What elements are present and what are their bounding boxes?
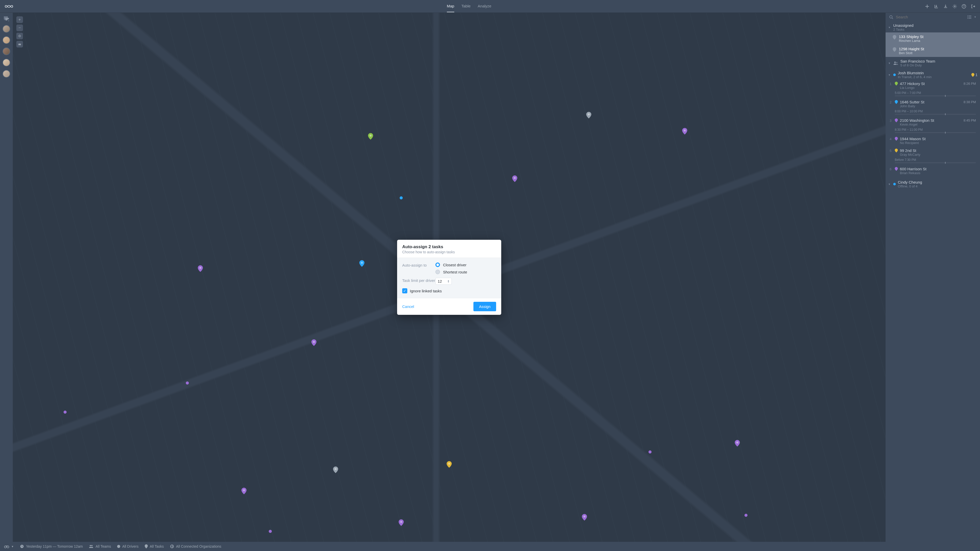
radio-closest-driver[interactable]: Closest driver [435, 263, 467, 267]
timerange-label: Yesterday 11pm — Tomorrow 12am [26, 545, 83, 548]
bottombar: ▼ Yesterday 11pm — Tomorrow 12am All Tea… [0, 542, 886, 551]
chevron-down-icon: ▼ [888, 26, 891, 29]
svg-point-35 [91, 545, 93, 546]
svg-point-22 [890, 16, 892, 18]
task-window: 8:00 PM – 10:00 PM [895, 110, 976, 113]
avatar-2[interactable] [3, 36, 10, 44]
avatar-5[interactable] [3, 70, 10, 78]
pin-icon [895, 82, 898, 86]
radio-closest-label: Closest driver [443, 263, 466, 267]
chevron-down-icon: ▼ [888, 62, 891, 65]
filter-dropdown-icon[interactable]: ▼ [974, 16, 977, 18]
timerange-filter[interactable]: Yesterday 11pm — Tomorrow 12am [20, 545, 83, 548]
task-address: 477 Hickory St [900, 81, 925, 86]
driver-header[interactable]: ▼Josh BlumsteinIn Transit, 2 of 6, 4 min… [886, 68, 980, 80]
task-limit-label: Task limit per driver [402, 278, 435, 283]
task-window: 8:30 PM – 11:00 PM [895, 128, 976, 132]
drivers-label: All Drivers [122, 545, 138, 548]
task-number: 4 [890, 137, 891, 141]
svg-rect-28 [969, 18, 971, 19]
task-recipient: Lia Longo [900, 86, 976, 90]
task-number: 2 [890, 100, 891, 104]
team-name: San Francisco Team [900, 59, 935, 63]
svg-point-34 [90, 545, 91, 546]
task-address: 1944 Mason St [900, 137, 926, 141]
tab-table[interactable]: Table [461, 0, 471, 12]
drivers-filter[interactable]: All Drivers [117, 545, 138, 548]
download-icon[interactable] [943, 4, 948, 9]
task-address: 2100 Washington St [900, 118, 934, 123]
task-limit-stepper[interactable]: ▲▼ [435, 278, 452, 285]
task-address: 99 2nd St [900, 148, 916, 153]
avatar-3[interactable] [3, 48, 10, 55]
radio-unselected-icon [435, 270, 440, 274]
modal-title: Auto-assign 2 tasks [402, 244, 496, 250]
task-number: 3 [890, 119, 891, 123]
binoculars-button[interactable]: ▼ [4, 545, 14, 548]
driver-task[interactable]: 1477 Hickory St8:26 PMLia Longo5:00 PM –… [886, 80, 980, 99]
assign-button[interactable]: Assign [473, 302, 496, 311]
driver-task[interactable]: 32100 Washington St8:45 PMKevin Angel8:3… [886, 117, 980, 135]
avatar-1[interactable] [3, 25, 10, 33]
svg-point-32 [7, 546, 9, 548]
plus-icon[interactable] [925, 4, 929, 9]
tab-map[interactable]: Map [447, 0, 454, 12]
tab-analyze[interactable]: Analyze [478, 0, 491, 12]
task-address: 600 Harrison St [900, 167, 926, 171]
driver-task[interactable]: 21646 Sutter St8:38 PMJohn Baily8:00 PM … [886, 99, 980, 117]
radio-shortest-route[interactable]: Shortest route [435, 270, 467, 274]
driver-task[interactable]: 41944 Mason StNo Recipient [886, 135, 980, 147]
chat-icon[interactable]: + [3, 16, 10, 21]
task-recipient: No Recipient [900, 141, 976, 145]
driver-task[interactable]: 599 2nd StGray McCartyBefore 7:30 PM [886, 147, 980, 166]
task-recipient: Brian Rekasis [900, 171, 976, 175]
svg-point-0 [954, 6, 955, 7]
topbar-actions: ? [925, 4, 975, 9]
team-icon [893, 61, 898, 65]
task-limit-input[interactable] [438, 279, 445, 283]
driver-status: In Transit, 2 of 6, 4 min [898, 75, 932, 79]
svg-rect-24 [969, 16, 971, 16]
import-icon[interactable] [934, 4, 939, 9]
nav-tabs: Map Table Analyze [447, 0, 491, 12]
driver-header[interactable]: ▼Cindy CheungOffline, 0 of 4 [886, 177, 980, 190]
pin-icon [893, 35, 896, 40]
unassigned-task[interactable]: 1298 Haight StBen Stott [886, 45, 980, 57]
gear-icon[interactable] [953, 4, 957, 9]
orgs-filter[interactable]: All Connected Organizations [170, 545, 221, 548]
task-window: Before 7:30 PM [895, 158, 976, 162]
task-recipient: Gray McCarty [900, 153, 976, 156]
pin-icon [895, 100, 898, 104]
task-eta: 8:38 PM [964, 100, 976, 104]
avatar-4[interactable] [3, 59, 10, 66]
ignore-linked-checkbox[interactable]: ✓ Ignore linked tasks [402, 288, 496, 293]
pin-icon [895, 118, 898, 122]
help-icon[interactable]: ? [962, 4, 966, 9]
task-address: 1646 Sutter St [900, 100, 924, 104]
driver-task[interactable]: 6600 Harrison StBrian Rekasis [886, 166, 980, 177]
task-recipient: Kevin Angel [900, 123, 976, 126]
cancel-button[interactable]: Cancel [402, 304, 414, 309]
radio-shortest-label: Shortest route [443, 270, 467, 274]
team-header[interactable]: ▼ San Francisco Team 5 of 8 On Duty [886, 57, 980, 68]
driver-name: Cindy Cheung [898, 180, 922, 184]
task-window: 5:00 PM – 7:00 PM [895, 91, 976, 95]
unassigned-task[interactable]: 133 Shipley StRinchen Lama [886, 32, 980, 45]
tasks-label: All Tasks [150, 545, 164, 548]
driver-status-dot [893, 73, 896, 76]
pin-icon [895, 137, 898, 141]
teams-filter[interactable]: All Teams [89, 545, 111, 548]
task-address: 1298 Haight St [899, 47, 924, 51]
unassigned-header[interactable]: ▼ Unassigned 2 Tasks [886, 21, 980, 32]
right-panel: ▼ ▼ Unassigned 2 Tasks 133 Shipley StRin… [886, 13, 980, 551]
driver-status-dot [893, 183, 896, 185]
svg-point-31 [4, 546, 6, 548]
search-input[interactable] [896, 15, 965, 19]
tasks-filter[interactable]: All Tasks [145, 545, 164, 548]
svg-rect-26 [969, 17, 971, 18]
assign-to-label: Auto-assign to [402, 263, 435, 268]
pin-icon [895, 149, 898, 153]
list-view-icon[interactable] [967, 15, 971, 19]
logout-icon[interactable] [971, 4, 975, 9]
search-icon [889, 15, 893, 19]
